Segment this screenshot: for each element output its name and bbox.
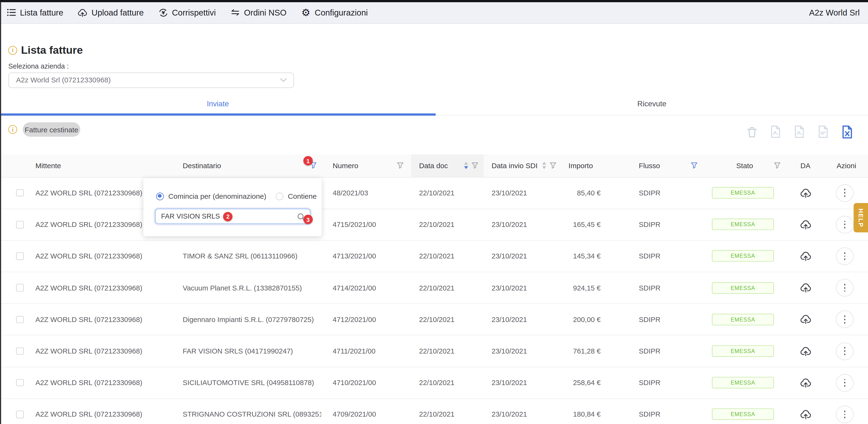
currency-sync-icon: ¥ xyxy=(158,8,168,18)
cell-flusso: SDIPR xyxy=(612,221,709,229)
nav-item-upload-fatture[interactable]: Upload fatture xyxy=(78,8,144,18)
cell-data-doc: 22/10/2021 xyxy=(411,252,484,260)
row-actions-button[interactable] xyxy=(836,279,854,297)
filter-icon[interactable] xyxy=(691,162,698,169)
row-actions-button[interactable] xyxy=(836,374,854,392)
row-checkbox[interactable] xyxy=(16,316,24,323)
cell-data-invio-sdi: 23/10/2021 xyxy=(484,284,561,292)
unordered-list-icon xyxy=(6,8,16,18)
row-checkbox[interactable] xyxy=(16,411,24,418)
cell-numero: 4715/2021/00 xyxy=(321,221,411,229)
nav-item-ordini-nso[interactable]: Ordini NSO xyxy=(230,8,286,18)
download-cloud-button[interactable] xyxy=(800,251,811,262)
trash-icon[interactable] xyxy=(745,124,758,139)
nav-item-label: Ordini NSO xyxy=(244,8,286,17)
row-checkbox[interactable] xyxy=(16,189,24,197)
row-checkbox[interactable] xyxy=(16,221,24,228)
header-flusso: Flusso xyxy=(612,154,709,177)
cell-importo: 258,64 € xyxy=(561,379,612,387)
cell-mittente: A2Z WORLD SRL (07212330968) xyxy=(32,284,166,292)
cell-flusso: SDIPR xyxy=(612,284,709,292)
radio-unselected-icon[interactable] xyxy=(276,192,283,200)
header-da: DA xyxy=(786,154,825,177)
help-tab[interactable]: HELP xyxy=(854,203,868,232)
cell-flusso: SDIPR xyxy=(612,379,709,387)
radio-contiene[interactable]: Contiene xyxy=(276,192,317,200)
tab-inviate[interactable]: Inviate xyxy=(0,94,436,113)
row-actions-button[interactable] xyxy=(836,216,854,233)
company-select-label: Seleziona azienda : xyxy=(8,63,69,70)
table-row: A2Z WORLD SRL (07212330968) 48/2021/03 2… xyxy=(0,177,868,209)
tutorial-marker-3: 3 xyxy=(303,215,313,224)
table-row: A2Z WORLD SRL (07212330968) STRIGNANO CO… xyxy=(0,399,868,424)
window-top-edge xyxy=(0,0,868,2)
nav-item-label: Corrispettivi xyxy=(172,8,216,17)
download-cloud-button[interactable] xyxy=(800,377,811,388)
header-numero: Numero xyxy=(321,154,411,177)
cell-data-doc: 22/10/2021 xyxy=(411,221,484,229)
file-excel-icon[interactable] xyxy=(840,124,854,139)
cell-importo: 165,45 € xyxy=(561,221,612,229)
row-checkbox[interactable] xyxy=(16,379,24,387)
status-badge: EMESSA xyxy=(712,219,774,230)
download-cloud-button[interactable] xyxy=(800,314,811,325)
header-data-invio-sdi[interactable]: Data invio SDI xyxy=(484,154,561,177)
cell-data-invio-sdi: 23/10/2021 xyxy=(484,189,561,197)
info-icon[interactable]: i xyxy=(8,125,17,134)
cell-destinatario: Digennaro Impianti S.R.L. (07279780725) xyxy=(166,315,321,324)
cell-data-doc: 22/10/2021 xyxy=(411,379,484,387)
row-actions-button[interactable] xyxy=(836,247,854,265)
tab-ricevute[interactable]: Ricevute xyxy=(436,94,868,113)
radio-comincia-per[interactable]: Comincia per (denominazione) xyxy=(156,192,266,200)
invoices-table: Mittente Destinatario 1 Numero Data doc xyxy=(0,154,868,424)
sort-carets-icon[interactable] xyxy=(464,161,468,169)
download-cloud-button[interactable] xyxy=(800,187,811,198)
nav-item-label: Lista fatture xyxy=(20,8,63,17)
status-badge: EMESSA xyxy=(712,314,774,325)
cell-numero: 4712/2021/00 xyxy=(321,315,411,324)
destinatario-search-input[interactable]: FAR VISION SRLS 2 xyxy=(155,208,311,224)
header-data-doc[interactable]: Data doc xyxy=(411,154,484,177)
radio-selected-icon[interactable] xyxy=(156,192,164,200)
company-select[interactable]: A2z World Srl (07212330968) xyxy=(8,72,294,88)
nav-item-configurazioni[interactable]: ⚙ Configurazioni xyxy=(301,8,368,18)
cell-mittente: A2Z WORLD SRL (07212330968) xyxy=(32,379,166,387)
status-badge: EMESSA xyxy=(712,282,774,294)
row-actions-button[interactable] xyxy=(836,311,854,328)
filter-icon[interactable] xyxy=(774,162,780,169)
cell-numero: 48/2021/03 xyxy=(321,189,411,197)
cell-data-invio-sdi: 23/10/2021 xyxy=(484,379,561,387)
sort-carets-icon[interactable] xyxy=(542,161,547,169)
cell-flusso: SDIPR xyxy=(612,410,709,419)
header-checkbox-cell xyxy=(0,154,32,177)
row-actions-button[interactable] xyxy=(836,342,854,360)
download-cloud-button[interactable] xyxy=(800,282,811,293)
download-cloud-button[interactable] xyxy=(800,219,811,230)
status-badge: EMESSA xyxy=(712,377,774,389)
filter-icon[interactable] xyxy=(472,162,478,169)
file-doc-icon[interactable] xyxy=(817,124,830,139)
row-actions-button[interactable] xyxy=(836,405,854,423)
svg-text:¥: ¥ xyxy=(161,10,165,15)
row-actions-button[interactable] xyxy=(836,184,854,202)
fatture-cestinate-button[interactable]: Fatture cestinate xyxy=(23,122,80,137)
app-window: Lista fatture Upload fatture ¥ Corrispet… xyxy=(0,0,868,424)
download-cloud-button[interactable] xyxy=(800,346,811,357)
cell-flusso: SDIPR xyxy=(612,347,709,355)
file-pdf-icon[interactable] xyxy=(769,124,782,139)
swap-arrows-icon xyxy=(230,8,240,18)
filter-icon[interactable] xyxy=(550,162,556,169)
row-checkbox[interactable] xyxy=(16,253,24,260)
nav-item-lista-fatture[interactable]: Lista fatture xyxy=(6,8,63,18)
cell-flusso: SDIPR xyxy=(612,189,709,197)
filter-icon[interactable] xyxy=(397,162,404,169)
info-icon[interactable]: i xyxy=(8,45,17,55)
cell-mittente: A2Z WORLD SRL (07212330968) xyxy=(32,315,166,324)
row-checkbox[interactable] xyxy=(16,347,24,355)
cell-numero: 4710/2021/00 xyxy=(321,379,411,387)
download-cloud-button[interactable] xyxy=(800,409,811,420)
row-checkbox[interactable] xyxy=(16,284,24,291)
table-row: A2Z WORLD SRL (07212330968) Vacuum Plane… xyxy=(0,272,868,304)
nav-item-corrispettivi[interactable]: ¥ Corrispettivi xyxy=(158,8,216,18)
file-pdf-icon[interactable] xyxy=(793,124,806,139)
